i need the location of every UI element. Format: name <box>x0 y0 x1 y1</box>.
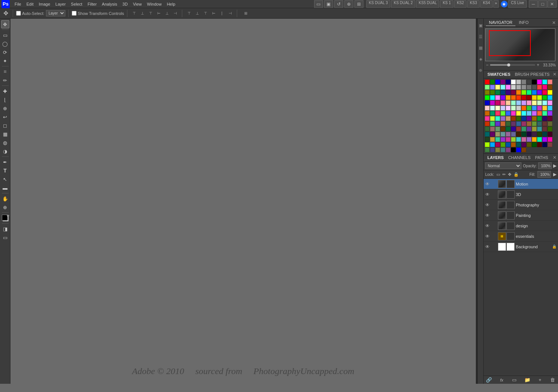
swap-colors-icon[interactable]: ⇄ <box>7 214 9 217</box>
swatch-item[interactable] <box>495 90 500 95</box>
swatch-item[interactable] <box>485 80 490 84</box>
quick-mask-btn[interactable]: ◨ <box>1 225 9 233</box>
swatch-item[interactable] <box>537 90 542 95</box>
opacity-input[interactable] <box>538 162 552 169</box>
layer-visibility-icon[interactable]: 👁 <box>485 202 490 208</box>
swatch-item[interactable] <box>527 127 531 131</box>
menu-layer[interactable]: Layer <box>53 0 68 8</box>
swatch-item[interactable] <box>542 100 547 105</box>
align-right-btn[interactable]: ⊣ <box>171 10 179 17</box>
swatch-item[interactable] <box>521 121 526 126</box>
swatch-item[interactable] <box>511 80 516 84</box>
swatch-item[interactable] <box>490 95 495 100</box>
menu-file[interactable]: File <box>12 0 24 8</box>
layer-row[interactable]: 👁Background🔒 <box>484 242 558 252</box>
swatch-item[interactable] <box>485 111 490 116</box>
swatch-item[interactable] <box>516 111 521 116</box>
swatch-item[interactable] <box>532 90 537 95</box>
swatch-item[interactable] <box>485 132 490 137</box>
swatch-item[interactable] <box>527 95 531 100</box>
swatch-item[interactable] <box>490 111 495 116</box>
swatch-item[interactable] <box>521 137 526 142</box>
swatch-item[interactable] <box>537 85 542 90</box>
swatch-item[interactable] <box>548 127 552 131</box>
swatch-item[interactable] <box>537 106 542 111</box>
opacity-arrow[interactable]: ▶ <box>553 163 557 168</box>
swatch-item[interactable] <box>516 137 521 142</box>
swatch-item[interactable] <box>511 85 516 90</box>
pen-btn[interactable]: ✒ <box>1 158 9 166</box>
brush-presets-tab[interactable]: BRUSH PRESETS <box>513 71 552 77</box>
swatch-item[interactable] <box>485 100 490 105</box>
eraser-btn[interactable]: ◻ <box>1 121 9 130</box>
layer-visibility-icon[interactable]: 👁 <box>485 223 490 228</box>
delete-layer-btn[interactable]: 🗑 <box>549 377 557 383</box>
max-window-btn[interactable]: □ <box>538 0 547 8</box>
swatch-item[interactable] <box>516 121 521 126</box>
workspace-ks-dual3[interactable]: KS DUAL 3 <box>366 0 391 8</box>
new-layer-btn[interactable]: + <box>536 377 544 383</box>
workspace-ks5-dual[interactable]: KS5 DUAL <box>416 0 439 8</box>
layer-row[interactable]: 👁Photography <box>484 200 558 210</box>
swatch-item[interactable] <box>495 142 500 147</box>
lock-transparent-icon[interactable]: ▭ <box>496 172 500 177</box>
swatch-item[interactable] <box>542 106 547 111</box>
swatch-item[interactable] <box>516 95 521 100</box>
layer-visibility-icon[interactable]: 👁 <box>485 244 490 249</box>
workspace-ks2[interactable]: KS2 <box>454 0 466 8</box>
full-screen-btn[interactable]: ▣ <box>324 0 333 8</box>
dist-vert-btn[interactable]: ⊥ <box>193 10 201 17</box>
workspace-ks4[interactable]: KS4 <box>480 0 493 8</box>
navigator-panel-close[interactable]: ✕ <box>552 20 556 25</box>
swatch-item[interactable] <box>537 127 542 131</box>
swatch-item[interactable] <box>506 142 511 147</box>
swatch-item[interactable] <box>485 90 490 95</box>
swatch-item[interactable] <box>490 127 495 131</box>
swatch-item[interactable] <box>516 132 521 137</box>
swatch-item[interactable] <box>511 142 516 147</box>
zoom-btn-top[interactable]: ⊕ <box>344 0 353 8</box>
swatch-item[interactable] <box>511 147 516 152</box>
swatch-item[interactable] <box>506 95 511 100</box>
align-vert-center-btn[interactable]: ⊥ <box>139 10 146 17</box>
swatch-item[interactable] <box>511 116 516 121</box>
swatch-item[interactable] <box>516 142 521 147</box>
swatch-item[interactable] <box>506 116 511 121</box>
swatch-item[interactable] <box>542 90 547 95</box>
swatch-item[interactable] <box>485 116 490 121</box>
swatch-item[interactable] <box>527 137 531 142</box>
swatch-item[interactable] <box>527 85 531 90</box>
swatch-item[interactable] <box>495 127 500 131</box>
hand-btn[interactable]: ✋ <box>1 195 9 203</box>
align-left-btn[interactable]: ⊢ <box>155 10 162 17</box>
swatch-item[interactable] <box>548 111 552 116</box>
swatch-item[interactable] <box>548 90 552 95</box>
swatch-item[interactable] <box>521 127 526 131</box>
swatch-item[interactable] <box>527 116 531 121</box>
swatch-item[interactable] <box>537 121 542 126</box>
path-select-btn[interactable]: ↖ <box>1 175 9 183</box>
swatch-item[interactable] <box>542 132 547 137</box>
swatch-item[interactable] <box>537 95 542 100</box>
menu-image[interactable]: Image <box>36 0 53 8</box>
swatch-item[interactable] <box>532 100 537 105</box>
swatch-item[interactable] <box>532 132 537 137</box>
layout-btn[interactable]: ⊞ <box>354 0 363 8</box>
swatch-item[interactable] <box>542 95 547 100</box>
menu-analysis[interactable]: Analysis <box>99 0 120 8</box>
transform-controls-checkbox[interactable] <box>72 11 77 16</box>
dist-bottom-btn[interactable]: ⊤ <box>202 10 209 17</box>
layer-visibility-icon[interactable]: 👁 <box>485 234 490 239</box>
swatch-item[interactable] <box>542 116 547 121</box>
workspace-ks1[interactable]: KS 1 <box>440 0 453 8</box>
swatch-item[interactable] <box>500 127 505 131</box>
transform-controls-label[interactable]: Show Transform Controls <box>72 11 124 16</box>
swatch-item[interactable] <box>485 147 490 152</box>
swatch-item[interactable] <box>500 100 505 105</box>
swatch-item[interactable] <box>527 142 531 147</box>
swatch-item[interactable] <box>542 137 547 142</box>
swatch-item[interactable] <box>495 116 500 121</box>
swatch-item[interactable] <box>495 106 500 111</box>
swatch-item[interactable] <box>506 111 511 116</box>
swatch-item[interactable] <box>521 85 526 90</box>
